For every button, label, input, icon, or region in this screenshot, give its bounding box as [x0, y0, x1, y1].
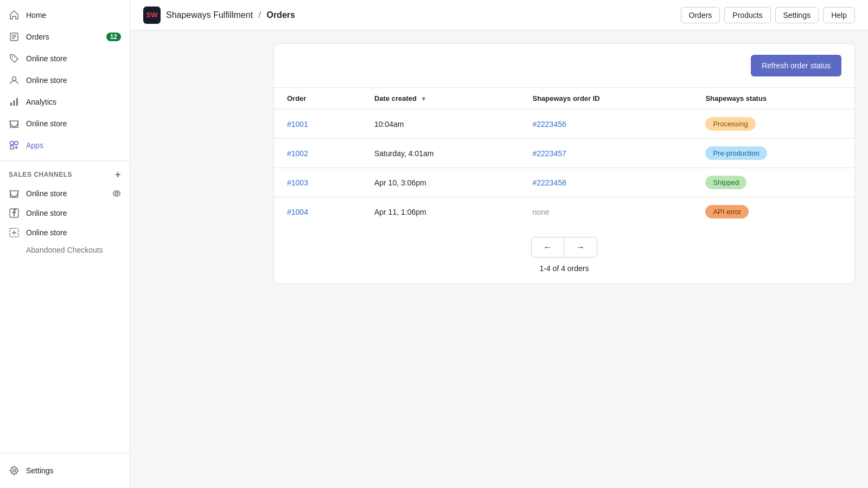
person-icon	[9, 75, 20, 86]
svg-point-4	[12, 56, 13, 57]
pagination-buttons: ← →	[531, 237, 597, 258]
col-date-created[interactable]: Date created ▼	[361, 88, 520, 110]
next-page-button[interactable]: →	[564, 237, 597, 257]
sidebar-channel-online-store[interactable]: Online store	[0, 184, 130, 203]
sidebar-item-analytics[interactable]: Analytics	[0, 91, 130, 113]
shapeways-id-link[interactable]: #2223456	[532, 120, 566, 129]
pagination-info: 1-4 of 4 orders	[539, 264, 589, 273]
topbar-orders-button[interactable]: Orders	[681, 7, 720, 23]
sidebar-item-customers-label: Online store	[26, 76, 67, 85]
topbar: SW Shapeways Fulfillment / Orders Orders…	[130, 0, 868, 30]
sidebar-item-store-label: Online store	[26, 119, 67, 128]
order-link[interactable]: #1004	[287, 208, 308, 216]
eye-icon[interactable]	[112, 189, 121, 198]
facebook-icon	[9, 208, 20, 219]
tag-icon	[9, 53, 20, 64]
settings-icon	[9, 465, 20, 476]
abandoned-checkouts-link[interactable]: Abandoned Checkouts	[0, 242, 130, 258]
topbar-nav-buttons: Orders Products Settings Help	[681, 7, 855, 23]
svg-point-5	[12, 77, 16, 81]
sw-id-cell: #2223456	[519, 110, 692, 139]
title-separator: /	[259, 10, 261, 20]
topbar-title: Shapeways Fulfillment / Orders	[166, 10, 295, 20]
prev-page-button[interactable]: ←	[532, 237, 564, 257]
sales-channels-header: SALES CHANNELS +	[0, 165, 130, 184]
sidebar-channel-facebook-label: Online store	[26, 209, 67, 217]
sidebar-channel-online-store-label: Online store	[26, 189, 67, 198]
brand-logo: SW	[143, 7, 161, 24]
sidebar-footer: Settings	[0, 453, 130, 488]
shapeways-id-link[interactable]: #2223458	[532, 178, 566, 187]
sidebar-divider	[0, 160, 130, 161]
analytics-icon	[9, 97, 20, 107]
sidebar-item-analytics-label: Analytics	[26, 98, 56, 106]
orders-icon	[9, 31, 20, 42]
svg-point-19	[13, 470, 16, 472]
sidebar-item-settings[interactable]: Settings	[0, 460, 130, 481]
sidebar-channel-add[interactable]: Online store	[0, 223, 130, 242]
orders-badge: 12	[106, 33, 121, 41]
order-cell: #1004	[274, 197, 361, 227]
order-cell: #1002	[274, 139, 361, 168]
svg-rect-7	[14, 100, 15, 106]
topbar-products-button[interactable]: Products	[724, 7, 770, 23]
svg-rect-8	[16, 98, 18, 106]
topbar-brand: SW Shapeways Fulfillment / Orders	[143, 7, 295, 24]
add-sales-channel-button[interactable]: +	[115, 170, 121, 179]
sidebar-item-home[interactable]: Home	[0, 4, 130, 26]
col-sw-status: Shapeways status	[692, 88, 854, 110]
page-name: Orders	[266, 10, 295, 20]
sidebar-channel-facebook[interactable]: Online store	[0, 203, 130, 223]
sidebar-item-store[interactable]: Online store	[0, 113, 130, 134]
sidebar-settings-label: Settings	[26, 466, 54, 475]
svg-rect-9	[10, 142, 14, 145]
sidebar-item-tag-label: Online store	[26, 54, 67, 63]
refresh-order-status-button[interactable]: Refresh order status	[751, 55, 841, 76]
order-link[interactable]: #1001	[287, 120, 308, 129]
topbar-settings-button[interactable]: Settings	[775, 7, 819, 23]
sw-id-cell: #2223458	[519, 168, 692, 197]
sidebar-item-apps-label: Apps	[26, 141, 43, 150]
status-badge: API error	[705, 205, 749, 219]
order-link[interactable]: #1003	[287, 178, 308, 187]
main-content: Refresh order status Order Date created …	[260, 30, 868, 488]
status-badge: Pre-production	[705, 146, 767, 160]
col-sw-order-id: Shapeways order ID	[519, 88, 692, 110]
svg-rect-10	[15, 142, 18, 145]
status-badge: Shipped	[705, 176, 746, 189]
home-icon	[9, 10, 20, 21]
sidebar-item-home-label: Home	[26, 11, 46, 20]
table-row: #1004Apr 11, 1:06pmnoneAPI error	[274, 197, 854, 227]
sort-icon: ▼	[421, 95, 427, 102]
table-row: #1003Apr 10, 3:06pm#2223458Shipped	[274, 168, 854, 197]
status-badge: Processing	[705, 117, 755, 131]
status-cell: API error	[692, 197, 854, 227]
status-cell: Shipped	[692, 168, 854, 197]
sidebar-nav: Home Orders 12 Online store Online store	[0, 0, 130, 453]
pagination-area: ← → 1-4 of 4 orders	[274, 226, 854, 284]
topbar-help-button[interactable]: Help	[823, 7, 855, 23]
svg-rect-6	[10, 102, 12, 106]
shapeways-id-link[interactable]: #2223457	[532, 149, 566, 158]
card-top: Refresh order status	[274, 44, 854, 87]
svg-rect-11	[10, 146, 14, 149]
orders-table-body: #100110:04am#2223456Processing#1002Satur…	[274, 110, 854, 227]
table-row: #100110:04am#2223456Processing	[274, 110, 854, 139]
col-order: Order	[274, 88, 361, 110]
status-cell: Pre-production	[692, 139, 854, 168]
app-name: Shapeways Fulfillment	[166, 10, 253, 20]
order-cell: #1003	[274, 168, 361, 197]
apps-icon	[9, 140, 20, 151]
sidebar-item-customers[interactable]: Online store	[0, 69, 130, 91]
sidebar: Home Orders 12 Online store Online store	[0, 0, 130, 488]
sw-id-cell: #2223457	[519, 139, 692, 168]
sidebar-item-apps[interactable]: Apps	[0, 134, 130, 156]
sidebar-item-orders-label: Orders	[26, 33, 49, 41]
table-row: #1002Saturday, 4:01am#2223457Pre-product…	[274, 139, 854, 168]
sidebar-item-tag[interactable]: Online store	[0, 48, 130, 69]
date-cell: Saturday, 4:01am	[361, 139, 520, 168]
order-link[interactable]: #1002	[287, 149, 308, 158]
sidebar-item-orders[interactable]: Orders 12	[0, 26, 130, 48]
date-cell: Apr 10, 3:06pm	[361, 168, 520, 197]
sw-id-cell: none	[519, 197, 692, 227]
